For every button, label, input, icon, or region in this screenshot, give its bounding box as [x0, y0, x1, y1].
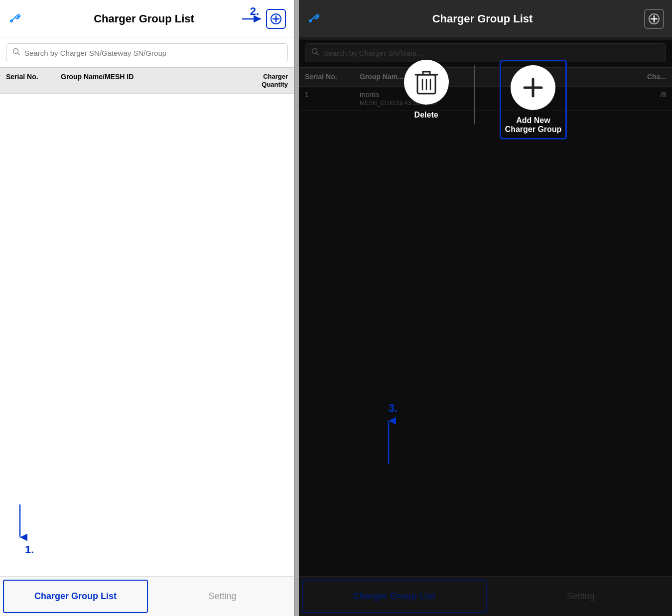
popup-overlay: Delete Add New Charger Group 3.: [299, 40, 672, 616]
add-new-charger-group-action[interactable]: Add New Charger Group: [500, 60, 567, 139]
step2-arrow: [241, 14, 266, 26]
right-wrench-icon: [307, 10, 321, 27]
svg-line-6: [18, 53, 20, 55]
add-charger-group-label: Add New Charger Group: [505, 116, 562, 134]
search-input[interactable]: [24, 49, 281, 57]
add-charger-icon-circle: [511, 65, 555, 110]
delete-label: Delete: [414, 111, 438, 120]
right-panel: Charger Group List Serial No. Group Nam.…: [299, 0, 672, 616]
left-table-body: [0, 94, 294, 576]
right-header: Charger Group List: [299, 0, 672, 37]
left-header: Charger Group List 2.: [0, 0, 294, 37]
tab-charger-group-list[interactable]: Charger Group List: [3, 580, 148, 613]
step1-label: 1.: [25, 543, 34, 556]
left-tab-bar: Charger Group List Setting: [0, 576, 294, 616]
panel-divider: [295, 0, 299, 616]
wrench-icon: [8, 10, 22, 27]
right-add-button[interactable]: [644, 9, 664, 29]
step1-annotation: 1.: [15, 503, 34, 556]
right-panel-title: Charger Group List: [321, 12, 644, 25]
left-table-header: Serial No. Group Name/MESH ID Charger Qu…: [0, 67, 294, 94]
col-serial-header: Serial No.: [6, 73, 61, 88]
step3-annotation: 3.: [384, 402, 399, 467]
add-charger-group-button[interactable]: [266, 9, 286, 29]
col-quantity-header: Charger Quantity: [248, 73, 288, 88]
col-group-header: Group Name/MESH ID: [61, 73, 248, 88]
popup-divider: [474, 65, 475, 124]
search-icon: [12, 48, 20, 58]
popup-actions: Delete Add New Charger Group: [299, 40, 672, 139]
left-panel: Charger Group List 2.: [0, 0, 295, 616]
left-panel-title: Charger Group List: [22, 12, 266, 25]
delete-action[interactable]: Delete: [404, 60, 449, 120]
left-search-bar: [6, 43, 288, 62]
delete-icon-circle: [404, 60, 449, 105]
tab-setting[interactable]: Setting: [151, 577, 294, 616]
step3-label: 3.: [389, 402, 398, 415]
